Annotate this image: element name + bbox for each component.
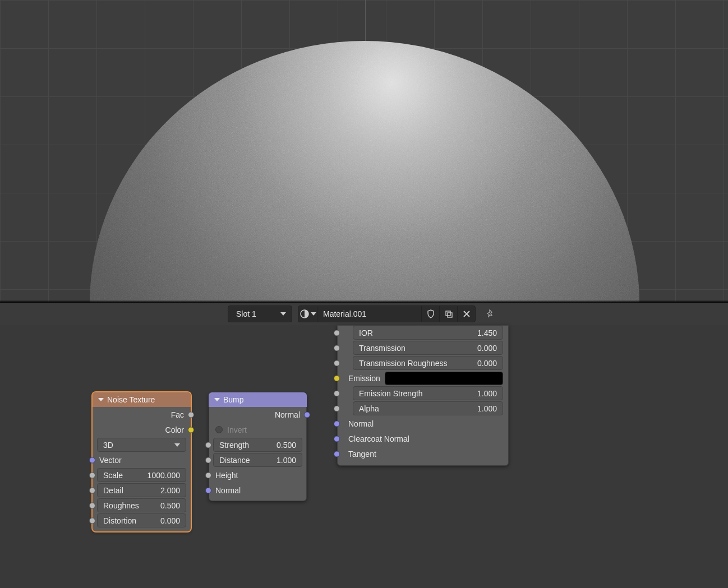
duplicate-material-button[interactable] — [439, 305, 457, 322]
chevron-down-icon — [174, 443, 180, 447]
socket-label: Normal — [348, 419, 374, 428]
material-name-field[interactable]: Material.001 — [317, 305, 421, 322]
socket-icon[interactable] — [89, 487, 95, 493]
input-alpha[interactable]: Alpha1.000 — [337, 401, 509, 416]
socket-label: Height — [215, 471, 238, 480]
input-emission-strength[interactable]: Emission Strength1.000 — [337, 386, 509, 401]
socket-icon[interactable] — [205, 472, 211, 478]
socket-icon[interactable] — [89, 457, 95, 463]
socket-label: Emission — [348, 374, 380, 383]
socket-icon[interactable] — [304, 411, 310, 418]
socket-icon[interactable] — [89, 502, 95, 508]
input-distortion[interactable]: Distortion0.000 — [93, 513, 191, 528]
socket-icon[interactable] — [89, 517, 95, 524]
socket-icon[interactable] — [334, 360, 340, 366]
field-label: IOR — [359, 328, 373, 337]
socket-icon[interactable] — [334, 405, 340, 411]
socket-icon[interactable] — [334, 330, 340, 336]
chevron-down-icon — [311, 312, 316, 316]
input-transmission[interactable]: Transmission0.000 — [337, 340, 509, 355]
input-scale[interactable]: Scale1000.000 — [93, 467, 191, 483]
material-browse-button[interactable] — [298, 305, 317, 322]
material-name: Material.001 — [323, 309, 366, 318]
output-fac[interactable]: Fac — [93, 407, 191, 422]
socket-icon[interactable] — [334, 390, 340, 396]
socket-icon[interactable] — [334, 451, 340, 457]
field-value: 0.000 — [477, 344, 497, 353]
field-value: 0.000 — [160, 516, 180, 525]
fake-user-button[interactable] — [421, 305, 439, 322]
input-vector[interactable]: Vector — [93, 452, 191, 467]
field-value: 1.000 — [277, 456, 296, 465]
field-value: 1.450 — [477, 328, 497, 337]
input-strength[interactable]: Strength0.500 — [209, 437, 307, 452]
field-value: 1.000 — [477, 389, 497, 398]
input-tangent[interactable]: Tangent — [337, 446, 509, 461]
svg-rect-1 — [446, 311, 450, 316]
socket-icon[interactable] — [334, 345, 340, 351]
input-height[interactable]: Height — [209, 467, 307, 483]
node-title: Noise Texture — [107, 395, 155, 404]
collapse-icon — [214, 398, 220, 401]
collapse-icon — [98, 398, 104, 401]
socket-label: Tangent — [348, 450, 376, 459]
input-roughness[interactable]: Roughnes0.500 — [93, 498, 191, 513]
dimensions-dropdown[interactable]: 3D — [93, 437, 191, 452]
input-normal[interactable]: Normal — [337, 416, 509, 431]
field-label: Distortion — [103, 516, 136, 525]
pin-button[interactable] — [481, 305, 500, 322]
field-label: Emission Strength — [359, 389, 423, 398]
material-slot-dropdown[interactable]: Slot 1 — [228, 305, 292, 322]
socket-icon[interactable] — [89, 472, 95, 478]
socket-label: Normal — [275, 410, 300, 419]
checkbox-label: Invert — [227, 425, 247, 434]
field-label: Strength — [219, 441, 249, 450]
invert-checkbox[interactable]: Invert — [209, 422, 307, 437]
principled-bsdf-node[interactable]: IOR1.450Transmission0.000Transmission Ro… — [337, 325, 509, 466]
shield-icon — [426, 309, 435, 318]
close-icon — [463, 310, 471, 318]
node-header[interactable]: Noise Texture — [93, 392, 191, 407]
socket-icon[interactable] — [334, 375, 340, 381]
field-label: Roughnes — [103, 501, 139, 510]
dropdown-value: 3D — [103, 441, 113, 450]
socket-icon[interactable] — [334, 420, 340, 427]
socket-icon[interactable] — [205, 487, 211, 493]
socket-label: Normal — [215, 486, 241, 495]
node-header[interactable]: Bump — [209, 392, 307, 407]
socket-label: Color — [165, 425, 184, 434]
input-detail[interactable]: Detail2.000 — [93, 483, 191, 498]
socket-icon[interactable] — [205, 457, 211, 463]
socket-label: Clearcoat Normal — [348, 434, 409, 443]
input-distance[interactable]: Distance1.000 — [209, 452, 307, 467]
bump-node[interactable]: Bump Normal Invert Strength0.500 Distanc… — [209, 392, 307, 501]
node-editor-header: Slot 1 Material.001 — [0, 303, 728, 325]
socket-label: Fac — [171, 410, 184, 419]
input-clearcoat-normal[interactable]: Clearcoat Normal — [337, 431, 509, 446]
material-icon — [300, 309, 310, 319]
field-value: 2.000 — [160, 486, 180, 495]
viewport-3d[interactable] — [0, 0, 728, 303]
field-value: 0.000 — [477, 359, 497, 368]
input-ior[interactable]: IOR1.450 — [337, 325, 509, 340]
socket-icon[interactable] — [188, 427, 194, 433]
field-value: 0.500 — [277, 441, 296, 450]
field-label: Alpha — [359, 404, 379, 413]
field-label: Scale — [103, 471, 123, 480]
copy-icon — [444, 309, 453, 318]
field-value: 0.500 — [160, 501, 180, 510]
input-transmission-roughness[interactable]: Transmission Roughness0.000 — [337, 355, 509, 371]
noise-texture-node[interactable]: Noise Texture Fac Color 3D Vector Scale1… — [93, 392, 191, 531]
output-color[interactable]: Color — [93, 422, 191, 437]
unlink-material-button[interactable] — [457, 305, 475, 322]
socket-icon[interactable] — [334, 436, 340, 442]
socket-icon[interactable] — [188, 411, 194, 418]
node-editor[interactable]: IOR1.450Transmission0.000Transmission Ro… — [0, 325, 728, 588]
input-emission[interactable]: Emission — [337, 371, 509, 386]
color-swatch[interactable] — [385, 372, 503, 385]
material-datablock: Material.001 — [298, 305, 476, 322]
socket-icon[interactable] — [205, 442, 211, 448]
pin-icon — [486, 309, 495, 318]
output-normal[interactable]: Normal — [209, 407, 307, 422]
input-normal[interactable]: Normal — [209, 483, 307, 498]
